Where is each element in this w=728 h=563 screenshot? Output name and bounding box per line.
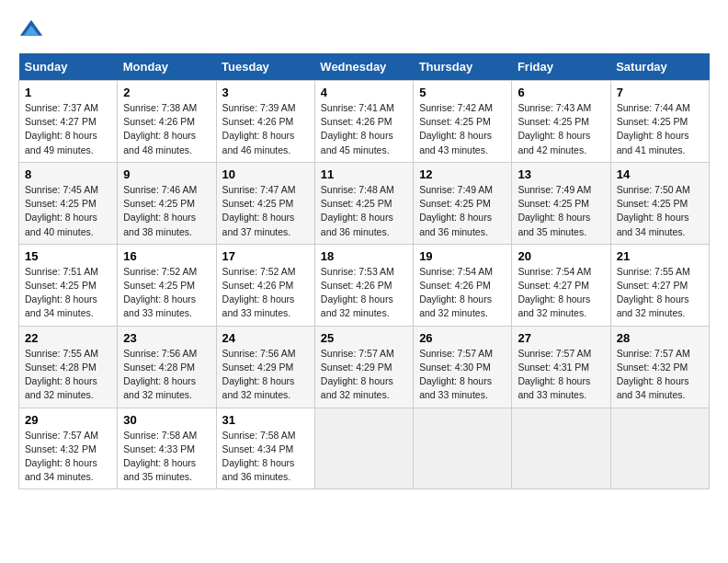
day-info: Sunrise: 7:58 AMSunset: 4:33 PMDaylight:… <box>123 429 210 485</box>
logo <box>18 18 46 44</box>
calendar-cell: 26Sunrise: 7:57 AMSunset: 4:30 PMDayligh… <box>414 326 512 408</box>
calendar-week-row: 1Sunrise: 7:37 AMSunset: 4:27 PMDaylight… <box>19 81 710 163</box>
day-number: 24 <box>222 331 309 345</box>
calendar-cell: 25Sunrise: 7:57 AMSunset: 4:29 PMDayligh… <box>314 326 413 408</box>
header-thursday: Thursday <box>414 53 512 81</box>
calendar-cell: 27Sunrise: 7:57 AMSunset: 4:31 PMDayligh… <box>512 326 610 408</box>
calendar-week-row: 22Sunrise: 7:55 AMSunset: 4:28 PMDayligh… <box>19 326 710 408</box>
calendar-cell <box>314 408 413 489</box>
calendar-cell: 29Sunrise: 7:57 AMSunset: 4:32 PMDayligh… <box>19 408 118 489</box>
day-info: Sunrise: 7:52 AMSunset: 4:26 PMDaylight:… <box>222 265 309 321</box>
day-info: Sunrise: 7:42 AMSunset: 4:25 PMDaylight:… <box>419 101 506 157</box>
day-number: 25 <box>321 331 407 345</box>
day-info: Sunrise: 7:49 AMSunset: 4:25 PMDaylight:… <box>518 183 604 239</box>
calendar-cell <box>512 408 610 489</box>
calendar-cell: 11Sunrise: 7:48 AMSunset: 4:25 PMDayligh… <box>314 162 413 244</box>
day-number: 1 <box>25 86 111 99</box>
day-info: Sunrise: 7:53 AMSunset: 4:26 PMDaylight:… <box>321 265 407 321</box>
logo-icon <box>18 18 44 44</box>
day-number: 11 <box>321 167 407 181</box>
calendar-cell: 18Sunrise: 7:53 AMSunset: 4:26 PMDayligh… <box>314 244 413 326</box>
header-tuesday: Tuesday <box>216 53 314 81</box>
day-info: Sunrise: 7:55 AMSunset: 4:27 PMDaylight:… <box>617 265 703 321</box>
day-info: Sunrise: 7:57 AMSunset: 4:30 PMDaylight:… <box>419 347 506 403</box>
day-number: 17 <box>222 249 309 263</box>
day-info: Sunrise: 7:57 AMSunset: 4:31 PMDaylight:… <box>518 347 604 403</box>
day-info: Sunrise: 7:44 AMSunset: 4:25 PMDaylight:… <box>617 101 703 157</box>
day-info: Sunrise: 7:57 AMSunset: 4:32 PMDaylight:… <box>25 429 111 485</box>
header-friday: Friday <box>512 53 610 81</box>
day-info: Sunrise: 7:39 AMSunset: 4:26 PMDaylight:… <box>222 101 309 157</box>
calendar-cell: 10Sunrise: 7:47 AMSunset: 4:25 PMDayligh… <box>216 162 314 244</box>
day-number: 9 <box>123 167 210 181</box>
calendar-cell: 19Sunrise: 7:54 AMSunset: 4:26 PMDayligh… <box>414 244 512 326</box>
day-info: Sunrise: 7:46 AMSunset: 4:25 PMDaylight:… <box>123 183 210 239</box>
calendar-week-row: 8Sunrise: 7:45 AMSunset: 4:25 PMDaylight… <box>19 162 710 244</box>
day-info: Sunrise: 7:55 AMSunset: 4:28 PMDaylight:… <box>25 347 111 403</box>
calendar-cell: 8Sunrise: 7:45 AMSunset: 4:25 PMDaylight… <box>19 162 118 244</box>
day-number: 22 <box>25 331 111 345</box>
day-info: Sunrise: 7:43 AMSunset: 4:25 PMDaylight:… <box>518 101 604 157</box>
calendar-header-row: SundayMondayTuesdayWednesdayThursdayFrid… <box>19 53 710 81</box>
calendar-cell: 7Sunrise: 7:44 AMSunset: 4:25 PMDaylight… <box>610 81 709 163</box>
page-header <box>18 18 710 44</box>
day-number: 28 <box>617 331 703 345</box>
calendar-cell: 13Sunrise: 7:49 AMSunset: 4:25 PMDayligh… <box>512 162 610 244</box>
day-number: 10 <box>222 167 309 181</box>
day-number: 8 <box>25 167 111 181</box>
day-number: 20 <box>518 249 604 263</box>
day-number: 13 <box>518 167 604 181</box>
day-info: Sunrise: 7:57 AMSunset: 4:29 PMDaylight:… <box>321 347 407 403</box>
calendar-cell: 6Sunrise: 7:43 AMSunset: 4:25 PMDaylight… <box>512 81 610 163</box>
day-info: Sunrise: 7:41 AMSunset: 4:26 PMDaylight:… <box>321 101 407 157</box>
calendar-cell <box>414 408 512 489</box>
day-info: Sunrise: 7:50 AMSunset: 4:25 PMDaylight:… <box>617 183 703 239</box>
day-number: 12 <box>419 167 506 181</box>
calendar-cell: 23Sunrise: 7:56 AMSunset: 4:28 PMDayligh… <box>118 326 216 408</box>
calendar-cell: 1Sunrise: 7:37 AMSunset: 4:27 PMDaylight… <box>19 81 118 163</box>
day-number: 19 <box>419 249 506 263</box>
day-number: 7 <box>617 86 703 99</box>
day-number: 6 <box>518 86 604 99</box>
calendar-week-row: 29Sunrise: 7:57 AMSunset: 4:32 PMDayligh… <box>19 408 710 489</box>
calendar-cell: 4Sunrise: 7:41 AMSunset: 4:26 PMDaylight… <box>314 81 413 163</box>
day-info: Sunrise: 7:51 AMSunset: 4:25 PMDaylight:… <box>25 265 111 321</box>
calendar-cell: 16Sunrise: 7:52 AMSunset: 4:25 PMDayligh… <box>118 244 216 326</box>
day-info: Sunrise: 7:52 AMSunset: 4:25 PMDaylight:… <box>123 265 210 321</box>
day-number: 27 <box>518 331 604 345</box>
day-info: Sunrise: 7:56 AMSunset: 4:28 PMDaylight:… <box>123 347 210 403</box>
day-info: Sunrise: 7:47 AMSunset: 4:25 PMDaylight:… <box>222 183 309 239</box>
calendar-cell: 3Sunrise: 7:39 AMSunset: 4:26 PMDaylight… <box>216 81 314 163</box>
day-number: 30 <box>123 413 210 427</box>
day-info: Sunrise: 7:58 AMSunset: 4:34 PMDaylight:… <box>222 429 309 485</box>
day-info: Sunrise: 7:57 AMSunset: 4:32 PMDaylight:… <box>617 347 703 403</box>
calendar-cell: 9Sunrise: 7:46 AMSunset: 4:25 PMDaylight… <box>118 162 216 244</box>
calendar-cell: 28Sunrise: 7:57 AMSunset: 4:32 PMDayligh… <box>610 326 709 408</box>
day-number: 2 <box>123 86 210 99</box>
header-saturday: Saturday <box>610 53 709 81</box>
day-info: Sunrise: 7:48 AMSunset: 4:25 PMDaylight:… <box>321 183 407 239</box>
day-number: 18 <box>321 249 407 263</box>
day-number: 21 <box>617 249 703 263</box>
day-number: 5 <box>419 86 506 99</box>
header-monday: Monday <box>118 53 216 81</box>
calendar-cell: 2Sunrise: 7:38 AMSunset: 4:26 PMDaylight… <box>118 81 216 163</box>
calendar-cell: 22Sunrise: 7:55 AMSunset: 4:28 PMDayligh… <box>19 326 118 408</box>
calendar-cell: 24Sunrise: 7:56 AMSunset: 4:29 PMDayligh… <box>216 326 314 408</box>
calendar-cell: 5Sunrise: 7:42 AMSunset: 4:25 PMDaylight… <box>414 81 512 163</box>
day-number: 16 <box>123 249 210 263</box>
day-number: 29 <box>25 413 111 427</box>
calendar-cell: 30Sunrise: 7:58 AMSunset: 4:33 PMDayligh… <box>118 408 216 489</box>
day-info: Sunrise: 7:45 AMSunset: 4:25 PMDaylight:… <box>25 183 111 239</box>
calendar-cell: 21Sunrise: 7:55 AMSunset: 4:27 PMDayligh… <box>610 244 709 326</box>
calendar-cell: 17Sunrise: 7:52 AMSunset: 4:26 PMDayligh… <box>216 244 314 326</box>
header-sunday: Sunday <box>19 53 118 81</box>
day-number: 31 <box>222 413 309 427</box>
calendar-cell <box>610 408 709 489</box>
day-info: Sunrise: 7:54 AMSunset: 4:26 PMDaylight:… <box>419 265 506 321</box>
day-info: Sunrise: 7:37 AMSunset: 4:27 PMDaylight:… <box>25 101 111 157</box>
day-number: 3 <box>222 86 309 99</box>
calendar-week-row: 15Sunrise: 7:51 AMSunset: 4:25 PMDayligh… <box>19 244 710 326</box>
day-info: Sunrise: 7:38 AMSunset: 4:26 PMDaylight:… <box>123 101 210 157</box>
day-number: 14 <box>617 167 703 181</box>
